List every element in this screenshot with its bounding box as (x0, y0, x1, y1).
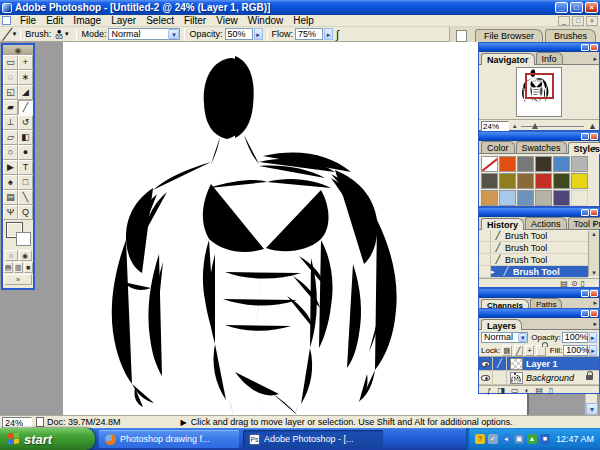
file-browser-tab[interactable]: File Browser (475, 29, 543, 42)
tab-actions[interactable]: Actions (525, 217, 567, 229)
start-button[interactable]: start (0, 428, 95, 450)
navigator-thumbnail[interactable] (516, 67, 562, 117)
style-swatch[interactable] (553, 156, 570, 172)
channels-panel-titlebar[interactable] (479, 289, 599, 298)
style-swatch[interactable] (499, 156, 516, 172)
panel-minimize-icon[interactable] (581, 290, 589, 297)
menu-edit[interactable]: Edit (41, 15, 68, 27)
style-swatch[interactable] (571, 156, 588, 172)
style-swatch[interactable] (481, 173, 498, 189)
magic-wand-tool[interactable]: ∗ (18, 70, 33, 85)
tab-info[interactable]: Info (536, 52, 563, 64)
style-swatch[interactable] (481, 190, 498, 206)
tab-swatches[interactable]: Swatches (516, 141, 567, 153)
opacity-slider-arrow-icon[interactable]: ▸ (254, 28, 263, 40)
doc-minimize-button[interactable]: _ (558, 16, 570, 26)
hand-tool[interactable]: Ψ (3, 205, 18, 220)
menu-help[interactable]: Help (288, 15, 319, 27)
brush-tool[interactable]: ╱ (18, 100, 33, 115)
eyedropper-tool[interactable]: ╲ (18, 190, 33, 205)
messenger-icon[interactable]: ▲ (527, 434, 537, 444)
help-icon[interactable]: ? (475, 434, 485, 444)
brushes-tab[interactable]: Brushes (545, 29, 596, 42)
healing-brush-tool[interactable]: ▰ (3, 100, 18, 115)
layer-style-button[interactable]: ƒ (487, 386, 491, 395)
status-arrow-icon[interactable]: ▶ (181, 418, 187, 427)
lock-position-button[interactable]: + (525, 345, 534, 356)
panel-menu-icon[interactable]: ▸ (593, 144, 597, 152)
flow-field[interactable]: 75% (295, 28, 323, 40)
brush-picker-arrow-icon[interactable]: ▾ (65, 30, 69, 38)
minimize-button[interactable]: _ (555, 2, 568, 13)
slider-thumb[interactable] (532, 123, 538, 129)
layer-thumbnail[interactable] (510, 372, 523, 384)
style-swatch[interactable] (535, 190, 552, 206)
slice-tool[interactable]: ◢ (18, 85, 33, 100)
eraser-tool[interactable]: ▱ (3, 130, 18, 145)
clone-stamp-tool[interactable]: ⊥ (3, 115, 18, 130)
current-tool-icon[interactable]: ╱ (3, 28, 10, 41)
layer-name[interactable]: Layer 1 (526, 359, 558, 369)
zoom-in-icon[interactable]: ▲ (588, 121, 597, 131)
panel-menu-icon[interactable]: ▸ (593, 299, 597, 307)
panel-close-icon[interactable] (590, 133, 598, 140)
background-color-swatch[interactable] (16, 232, 31, 246)
close-button[interactable]: × (585, 2, 598, 13)
opacity-arrow-icon[interactable]: ▸ (589, 332, 597, 343)
flow-slider-arrow-icon[interactable]: ▸ (324, 28, 333, 40)
panel-minimize-icon[interactable] (581, 133, 589, 140)
menu-window[interactable]: Window (243, 15, 289, 27)
tool-preset-arrow-icon[interactable]: ▾ (13, 30, 17, 38)
restore-button[interactable]: □ (570, 2, 583, 13)
type-tool[interactable]: T (18, 160, 33, 175)
scroll-down-icon[interactable]: ▼ (586, 403, 598, 415)
visibility-toggle[interactable] (479, 371, 493, 384)
crop-tool[interactable]: ◱ (3, 85, 18, 100)
adjustment-layer-button[interactable]: ◐ (525, 386, 530, 395)
menu-select[interactable]: Select (141, 15, 179, 27)
tab-color[interactable]: Color (481, 141, 515, 153)
style-swatch[interactable] (535, 173, 552, 189)
lock-all-button[interactable] (536, 345, 545, 356)
brush-preset-picker[interactable]: ● 65 (55, 29, 63, 39)
history-state-row[interactable]: ╱ Brush Tool (479, 230, 588, 242)
doc-close-button[interactable]: × (586, 16, 598, 26)
mode-select[interactable]: Normal ▾ (108, 28, 180, 40)
active-paint-indicator[interactable]: ╱ (493, 357, 507, 370)
new-set-button[interactable]: ▭ (511, 386, 519, 395)
gradient-tool[interactable]: ◧ (18, 130, 33, 145)
menu-layer[interactable]: Layer (106, 15, 141, 27)
tab-history[interactable]: History (481, 218, 524, 230)
menu-file[interactable]: File (15, 15, 41, 27)
lasso-tool[interactable]: ◌ (3, 70, 18, 85)
lock-image-button[interactable]: ╱ (514, 345, 523, 356)
history-source-well[interactable] (479, 230, 491, 241)
opacity-field[interactable]: 50% (225, 28, 253, 40)
layer-fill-field[interactable]: 100% (563, 345, 588, 356)
history-state-row[interactable]: ╱ Brush Tool (479, 242, 588, 254)
pen-tool[interactable]: ♠ (3, 175, 18, 190)
blur-tool[interactable]: ○ (3, 145, 18, 160)
lock-transparency-button[interactable]: ▨ (502, 345, 511, 356)
layer-name[interactable]: Background (526, 373, 574, 383)
display-icon[interactable]: ■ (540, 434, 550, 444)
layer-row-background[interactable]: Background (479, 371, 599, 385)
style-swatch[interactable] (517, 190, 534, 206)
status-zoom-field[interactable]: 24% (2, 417, 32, 428)
new-layer-button[interactable]: ▤ (535, 386, 543, 395)
add-mask-button[interactable]: ◨ (497, 386, 505, 395)
doc-restore-button[interactable]: □ (572, 16, 584, 26)
zoom-tool[interactable]: Q (18, 205, 33, 220)
menu-view[interactable]: View (211, 15, 243, 27)
style-swatch[interactable] (499, 173, 516, 189)
clock[interactable]: 12:47 AM (556, 434, 594, 444)
shape-tool[interactable]: □ (18, 175, 33, 190)
styles-panel-titlebar[interactable] (479, 132, 599, 141)
style-swatch[interactable] (535, 156, 552, 172)
notes-tool[interactable]: ▤ (3, 190, 18, 205)
panel-close-icon[interactable] (590, 290, 598, 297)
move-tool[interactable]: + (18, 55, 33, 70)
rectangular-marquee-tool[interactable]: ▭ (3, 55, 18, 70)
layer-thumbnail[interactable] (510, 358, 523, 370)
history-panel-titlebar[interactable] (479, 208, 599, 217)
